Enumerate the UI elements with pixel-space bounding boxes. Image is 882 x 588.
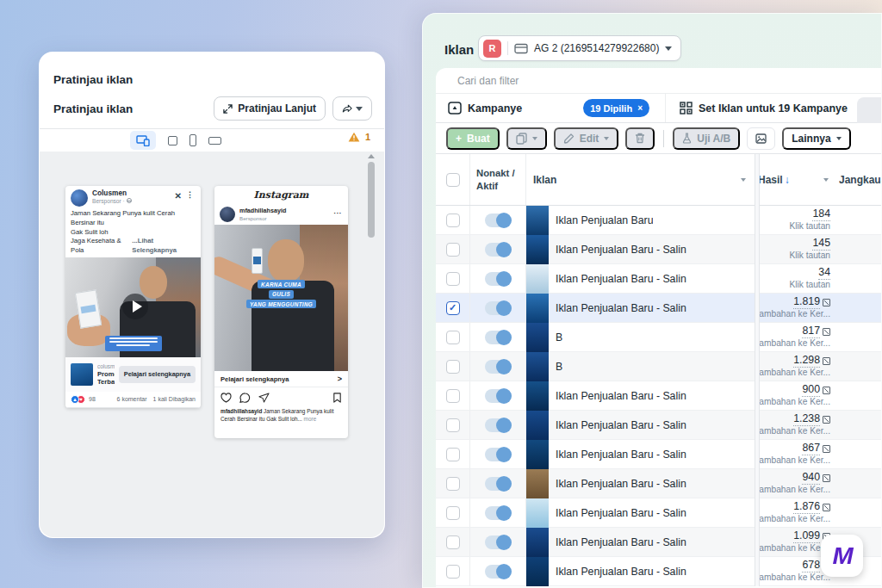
result-value[interactable]: 1.819 <box>793 295 820 309</box>
table-row[interactable]: Iklan Penjualan Baru 184 Klik tautan <box>436 206 881 235</box>
instagram-ad-image[interactable]: KARNA CUMA GULIS YANG MENGGUNTING <box>214 225 348 371</box>
result-value[interactable]: 678 <box>802 559 820 573</box>
active-toggle[interactable] <box>485 243 511 257</box>
row-checkbox[interactable] <box>446 535 460 549</box>
comment-icon[interactable] <box>239 393 251 403</box>
post-menu-icon[interactable]: ⋮ <box>186 190 195 199</box>
result-value[interactable]: 1.099 <box>793 529 820 543</box>
ad-name[interactable]: B <box>556 331 562 344</box>
row-checkbox[interactable] <box>446 565 460 579</box>
table-row[interactable]: ✓ Iklan Penjualan Baru - Salin 1.819 amb… <box>436 294 881 323</box>
active-toggle[interactable] <box>485 565 511 579</box>
ad-name[interactable]: Iklan Penjualan Baru - Salin <box>556 449 686 461</box>
result-value[interactable]: 184 <box>812 207 830 221</box>
result-value[interactable]: 145 <box>812 237 830 251</box>
search-bar[interactable] <box>436 68 881 94</box>
table-row[interactable]: Iklan Penjualan Baru - Salin 1.238 ambah… <box>436 411 881 440</box>
active-toggle[interactable] <box>485 535 511 549</box>
active-toggle[interactable] <box>485 506 511 520</box>
table-row[interactable]: B 817 ambahan ke Ker... <box>436 323 881 352</box>
scrollbar-thumb[interactable] <box>368 162 375 238</box>
bookmark-icon[interactable] <box>332 393 342 403</box>
table-row[interactable]: Iklan Penjualan Baru - Salin 678 ambahan… <box>436 557 881 586</box>
caption-more-link[interactable]: more <box>302 416 316 422</box>
ad-account-selector[interactable]: R AG 2 (2169514279922680) <box>478 35 681 61</box>
tab-kampanye[interactable]: Kampanye 19 Dipilih × <box>436 94 666 122</box>
active-toggle[interactable] <box>485 301 511 315</box>
sort-descending-icon[interactable]: ↓ <box>785 174 790 186</box>
ad-name[interactable]: Iklan Penjualan Baru - Salin <box>556 390 686 402</box>
search-input[interactable] <box>457 75 839 87</box>
instagram-menu-icon[interactable]: ··· <box>334 209 343 217</box>
result-value[interactable]: 1.238 <box>793 412 820 426</box>
table-row[interactable]: Iklan Penjualan Baru - Salin 1.099 ambah… <box>436 528 881 557</box>
results-column-caret-icon[interactable] <box>823 178 829 182</box>
advanced-preview-button[interactable]: Pratinjau Lanjut <box>214 96 326 121</box>
link-preview-bar[interactable]: colusme... Promo Terbat... Pelajari sele… <box>65 357 201 392</box>
result-value[interactable]: 1.298 <box>793 354 820 368</box>
ad-name[interactable]: Iklan Penjualan Baru - Salin <box>556 566 686 578</box>
table-row[interactable]: Iklan Penjualan Baru - Salin 34 Klik tau… <box>436 264 881 294</box>
selected-count-chip[interactable]: 19 Dipilih × <box>583 99 649 117</box>
column-header-results[interactable]: Hasil ↓ <box>760 154 832 205</box>
active-toggle[interactable] <box>485 272 511 286</box>
select-all-checkbox[interactable] <box>446 173 460 187</box>
heart-icon[interactable] <box>220 393 232 403</box>
send-icon[interactable] <box>258 393 270 403</box>
all-devices-toggle[interactable] <box>130 131 156 150</box>
active-toggle[interactable] <box>485 389 511 403</box>
tab-set-iklan[interactable]: Set Iklan untuk 19 Kampanye <box>666 94 848 122</box>
chip-close-icon[interactable]: × <box>637 103 643 113</box>
row-checkbox[interactable] <box>446 418 460 432</box>
column-freeze-divider[interactable] <box>755 154 760 586</box>
square-format-toggle[interactable] <box>168 136 177 145</box>
share-preview-button[interactable] <box>332 96 372 121</box>
close-icon[interactable]: ✕ <box>175 191 182 201</box>
ad-name[interactable]: Iklan Penjualan Baru - Salin <box>556 478 686 490</box>
row-checkbox[interactable]: ✓ <box>446 301 460 315</box>
column-header-reach[interactable]: Jangkauan <box>839 154 881 205</box>
column-header-status[interactable]: Nonakt / Aktif <box>470 154 526 205</box>
ad-name[interactable]: Iklan Penjualan Baru - Salin <box>556 536 686 548</box>
create-button[interactable]: + Buat <box>446 127 500 150</box>
more-button[interactable]: Lainnya <box>782 127 850 150</box>
row-checkbox[interactable] <box>446 389 460 403</box>
mobile-format-toggle[interactable] <box>189 134 196 146</box>
row-checkbox[interactable] <box>446 506 460 520</box>
active-toggle[interactable] <box>485 214 511 227</box>
name-column-caret-icon[interactable] <box>741 178 746 182</box>
instagram-cta-bar[interactable]: Pelajari selengkapnya > <box>214 371 348 387</box>
table-row[interactable]: Iklan Penjualan Baru - Salin 145 Klik ta… <box>436 235 881 264</box>
table-row[interactable]: B 1.298 ambahan ke Ker... <box>436 352 881 381</box>
ad-name[interactable]: B <box>556 361 562 373</box>
result-value[interactable]: 900 <box>802 383 820 397</box>
ab-test-button[interactable]: Uji A/B <box>673 127 740 150</box>
learn-more-button[interactable]: Pelajari selengkapnya <box>119 366 196 383</box>
ad-name[interactable]: Iklan Penjualan Baru - Salin <box>556 302 686 314</box>
row-checkbox[interactable] <box>446 214 460 227</box>
edit-button[interactable]: Edit <box>554 127 619 150</box>
row-checkbox[interactable] <box>446 243 460 257</box>
result-value[interactable]: 867 <box>802 442 820 455</box>
result-value[interactable]: 1.876 <box>793 500 820 514</box>
scroll-up-arrow-icon[interactable] <box>368 154 375 158</box>
active-toggle[interactable] <box>485 331 511 344</box>
result-value[interactable]: 940 <box>802 471 820 485</box>
table-row[interactable]: Iklan Penjualan Baru - Salin 1.876 ambah… <box>436 498 881 528</box>
duplicate-button[interactable] <box>506 127 547 150</box>
active-toggle[interactable] <box>485 360 511 374</box>
column-header-name[interactable]: Iklan <box>526 154 755 205</box>
row-checkbox[interactable] <box>446 360 460 374</box>
active-toggle[interactable] <box>485 477 511 491</box>
ad-name[interactable]: Iklan Penjualan Baru - Salin <box>556 419 686 431</box>
table-row[interactable]: Iklan Penjualan Baru - Salin 900 ambahan… <box>436 381 881 411</box>
ad-name[interactable]: Iklan Penjualan Baru - Salin <box>556 273 686 285</box>
tab-iklan-partial[interactable] <box>857 97 881 123</box>
delete-button[interactable] <box>625 127 655 150</box>
image-report-button[interactable] <box>747 127 775 150</box>
table-row[interactable]: Iklan Penjualan Baru - Salin 940 ambahan… <box>436 469 881 498</box>
landscape-format-toggle[interactable] <box>208 137 221 145</box>
play-button-icon[interactable] <box>122 294 148 319</box>
row-checkbox[interactable] <box>446 331 460 344</box>
result-value[interactable]: 34 <box>818 266 830 280</box>
